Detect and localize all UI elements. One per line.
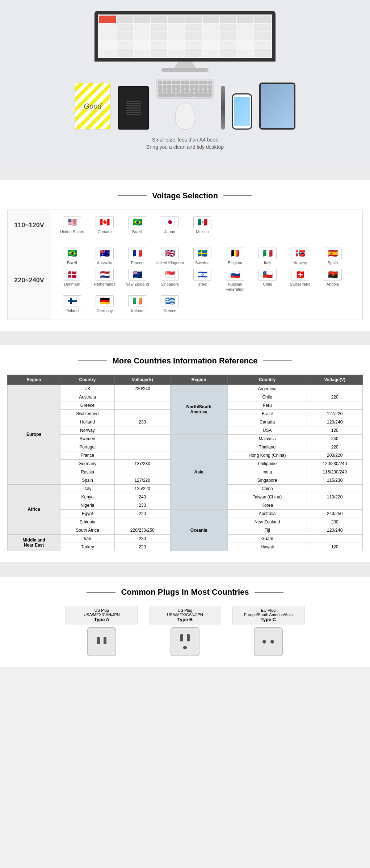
plug-type: Type B [153,617,217,622]
country-cell-left: Italy [60,484,115,493]
plug-name: US Plug [70,608,134,612]
flag-emoji: 🇪🇸 [324,248,342,259]
country-cell-left: Holland [60,418,115,426]
flag-label: Singapore [161,282,179,287]
countries-table: Region Country Voltage(V) Region Country… [7,375,363,551]
flag-emoji: 🇲🇽 [193,216,211,228]
voltage-cell-right: 110/220 [307,493,363,501]
voltage-cell-right: 220 [307,393,363,401]
mouse-image [175,102,195,130]
flag-emoji: 🇫🇮 [63,295,81,307]
voltage-cell-left: 230 [114,501,170,509]
country-cell-right: Malaysia [227,434,307,443]
flag-emoji: 🇳🇴 [291,248,309,259]
flag-emoji: 🇧🇷 [63,248,81,259]
plug-region: USA/MEX/CAN/JPN [153,612,217,617]
th-voltage-right: Voltage(V) [307,375,363,384]
flag-item: 🇳🇱Netherlands [90,269,119,291]
flag-item: 🇩🇰Denmark [58,269,87,291]
voltage-cell-left: 127/220 [114,476,170,484]
country-cell-right: India [227,468,307,476]
country-cell-left: UK [60,384,115,393]
flag-label: Sweden [195,261,210,265]
flag-emoji: 🇮🇹 [258,248,277,259]
region-cell-right: Asia [170,434,227,509]
th-voltage-left: Voltage(V) [114,375,170,384]
flag-item: 🇩🇪Germany [90,295,119,313]
flag-emoji: 🇳🇿 [128,269,146,281]
flag-emoji: 🇮🇪 [128,295,146,307]
flag-item: 🇪🇸Spain [318,248,347,265]
flag-emoji: 🇺🇸 [63,216,81,228]
flag-item: 🇮🇹Italy [253,248,282,265]
country-cell-left: Sweden [60,434,115,443]
country-cell-right: China [227,484,307,493]
flag-item: 🇸🇪Sweden [188,248,217,265]
plugs-section-title: Common Plugs In Most Countries [7,587,363,597]
voltage-cell-right: 120/240 [307,526,363,534]
country-cell-right: Korea [227,501,307,509]
country-cell-right: Taiwan (China) [227,493,307,501]
voltage-cell-right: 120 [307,543,363,551]
voltage-cell-right: 240 [307,434,363,443]
flag-item: 🇫🇷France [123,248,152,265]
country-cell-left: South Africa [60,526,115,534]
flag-emoji: 🇬🇧 [161,248,179,259]
flag-item: 🇨🇭Switzerland [286,269,315,291]
flag-item: 🇲🇽Mexico [188,216,217,234]
country-cell-right: Brazil [227,409,307,418]
country-cell-left: Egypt [60,509,115,518]
country-cell-right: Thailand [227,443,307,451]
country-cell-left: Kenya [60,493,115,501]
voltage-cell-right: 220 [307,443,363,451]
voltage-cell-right [307,384,363,393]
voltage-cell-left [114,518,170,526]
country-cell-left: Portugal [60,443,115,451]
flag-label: Switzerland [290,282,311,287]
th-country-right: Country [227,375,307,384]
voltage-cell-right: 115/230/240 [307,468,363,476]
flag-item: 🇨🇱Chile [253,269,282,291]
flag-label: Netherlands [94,282,115,287]
flag-label: Canada [98,229,112,234]
flag-label: France [131,261,143,265]
table-row: SwedenAsiaMalaysia240 [8,434,363,443]
flag-item: 🇯🇵Japan [155,216,184,234]
flag-emoji: 🇧🇷 [128,216,146,228]
country-cell-left: Germany [60,459,115,468]
flag-emoji: 🇦🇺 [96,248,114,259]
flag-item: 🇨🇦Canada [90,216,119,234]
plug-type: Type C [236,617,300,622]
voltage-cell-right [307,484,363,493]
pen-image [221,86,225,130]
voltage-cell-right [307,501,363,509]
flag-label: Israel [198,282,207,287]
flag-emoji: 🇨🇦 [96,216,114,228]
high-voltage-flags: 🇧🇷Brazil🇦🇺Australia🇫🇷France🇬🇧United King… [54,244,360,317]
voltage-cell-left [114,393,170,401]
flag-emoji: 🇩🇰 [63,269,81,281]
country-cell-right: Canada [227,418,307,426]
flag-item: 🇬🇷Greece [155,295,184,313]
country-cell-left: Turkey [60,543,115,551]
plug-label: US Plug USA/MEX/CAN/JPN Type A [66,606,138,624]
country-cell-left: Norway [60,426,115,434]
voltage-cell-right: 240/250 [307,509,363,518]
flag-emoji: 🇷🇺 [226,269,244,281]
flag-emoji: 🇬🇷 [161,295,179,307]
voltage-cell-right: 230 [307,518,363,526]
flag-label: Norway [293,261,307,265]
country-cell-right: Hawaii [227,543,307,551]
region-cell-right: North/South America [170,384,227,434]
flag-label: Belgium [228,261,242,265]
flag-label: Greece [163,308,176,313]
countries-section-title: More Countries Information Reference [7,356,363,366]
flag-item: 🇮🇱Israel [188,269,217,291]
country-cell-left: Nigeria [60,501,115,509]
voltage-cell-right: 120/240 [307,418,363,426]
region-cell-left: Europe [8,384,60,484]
plug-label: EU Plug Europe/South America/Asia Type C [232,606,304,624]
country-cell-left: France [60,451,115,459]
flag-label: United States [60,229,84,234]
flag-label: Brazil [67,261,77,265]
